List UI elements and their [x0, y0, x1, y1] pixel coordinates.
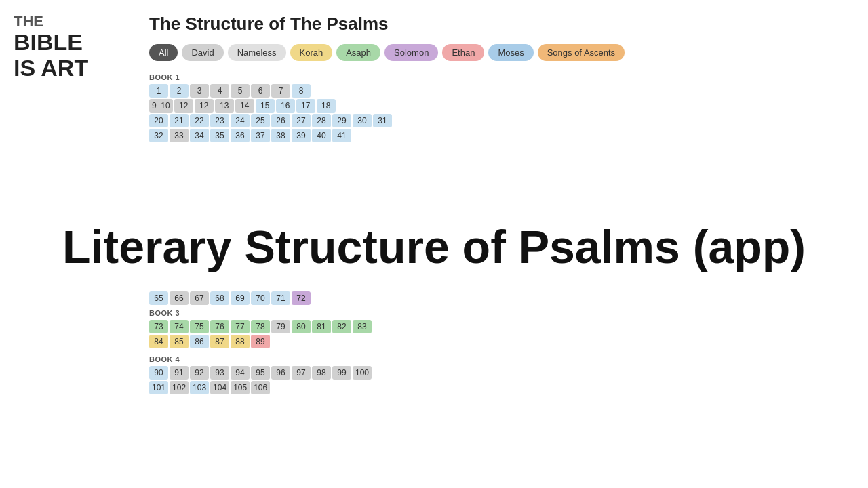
psalm-cell-12[interactable]: 12 — [195, 99, 214, 113]
filter-btn-moses[interactable]: Moses — [488, 44, 533, 61]
psalm-cell-72[interactable]: 72 — [292, 291, 311, 305]
psalm-cell-24[interactable]: 24 — [231, 114, 250, 127]
psalm-cell-68[interactable]: 68 — [210, 291, 229, 305]
psalm-cell-26[interactable]: 26 — [271, 114, 290, 127]
logo-line2: BIBLE — [14, 30, 88, 55]
psalm-cell-3[interactable]: 3 — [190, 84, 209, 98]
logo-line3: IS ART — [14, 56, 88, 81]
psalm-cell-104[interactable]: 104 — [210, 381, 229, 394]
psalm-cell-23[interactable]: 23 — [210, 114, 229, 127]
psalm-row: 101102103104105106 — [149, 381, 854, 394]
psalm-cell-99[interactable]: 99 — [332, 366, 351, 380]
filter-btn-songs-of-ascents[interactable]: Songs of Ascents — [538, 44, 625, 61]
filter-btn-all[interactable]: All — [149, 44, 178, 61]
book3-section: BOOK 3 737475767778798081828384858687888… — [149, 309, 854, 348]
psalm-cell-14[interactable]: 14 — [235, 99, 254, 113]
psalm-cell-34[interactable]: 34 — [190, 129, 209, 142]
psalm-row: 90919293949596979899100 — [149, 366, 854, 380]
psalm-cell-29[interactable]: 29 — [332, 114, 351, 127]
psalm-cell-94[interactable]: 94 — [231, 366, 250, 380]
psalm-cell-105[interactable]: 105 — [231, 381, 250, 394]
psalm-cell-21[interactable]: 21 — [170, 114, 189, 127]
psalm-cell-90[interactable]: 90 — [149, 366, 168, 380]
psalm-cell-87[interactable]: 87 — [210, 335, 229, 348]
filter-btn-solomon[interactable]: Solomon — [384, 44, 438, 61]
filter-btn-korah[interactable]: Korah — [290, 44, 333, 61]
psalm-cell-40[interactable]: 40 — [312, 129, 331, 142]
psalm-cell-71[interactable]: 71 — [271, 291, 290, 305]
psalm-cell-4[interactable]: 4 — [210, 84, 229, 98]
psalm-cell-76[interactable]: 76 — [210, 320, 229, 333]
psalm-cell-27[interactable]: 27 — [292, 114, 311, 127]
book1-section: BOOK 1 123456789–10121213141516171820212… — [149, 73, 854, 142]
psalm-cell-80[interactable]: 80 — [292, 320, 311, 333]
psalm-cell-103[interactable]: 103 — [190, 381, 209, 394]
psalm-cell-25[interactable]: 25 — [251, 114, 270, 127]
psalm-cell-38[interactable]: 38 — [271, 129, 290, 142]
psalm-cell-22[interactable]: 22 — [190, 114, 209, 127]
psalm-cell-96[interactable]: 96 — [271, 366, 290, 380]
psalm-cell-65[interactable]: 65 — [149, 291, 168, 305]
psalm-cell-73[interactable]: 73 — [149, 320, 168, 333]
psalm-cell-2[interactable]: 2 — [170, 84, 189, 98]
psalm-cell-6[interactable]: 6 — [251, 84, 270, 98]
psalm-cell-106[interactable]: 106 — [251, 381, 270, 394]
psalm-cell-17[interactable]: 17 — [296, 99, 315, 113]
psalm-cell-78[interactable]: 78 — [251, 320, 270, 333]
psalm-cell-79[interactable]: 79 — [271, 320, 290, 333]
psalm-cell-28[interactable]: 28 — [312, 114, 331, 127]
psalm-cell-88[interactable]: 88 — [231, 335, 250, 348]
psalm-cell-92[interactable]: 92 — [190, 366, 209, 380]
psalm-cell-69[interactable]: 69 — [231, 291, 250, 305]
psalm-row: 202122232425262728293031 — [149, 114, 854, 127]
psalm-cell-98[interactable]: 98 — [312, 366, 331, 380]
psalm-cell-85[interactable]: 85 — [170, 335, 189, 348]
psalm-cell-89[interactable]: 89 — [251, 335, 270, 348]
psalm-cell-97[interactable]: 97 — [292, 366, 311, 380]
psalm-cell-36[interactable]: 36 — [231, 129, 250, 142]
filter-btn-david[interactable]: David — [182, 44, 223, 61]
filter-btn-asaph[interactable]: Asaph — [336, 44, 380, 61]
psalm-cell-91[interactable]: 91 — [170, 366, 189, 380]
psalm-cell-74[interactable]: 74 — [170, 320, 189, 333]
psalm-cell-16[interactable]: 16 — [276, 99, 295, 113]
psalm-cell-95[interactable]: 95 — [251, 366, 270, 380]
psalm-cell-100[interactable]: 100 — [353, 366, 372, 380]
psalm-cell-9–10[interactable]: 9–10 — [149, 99, 173, 113]
psalm-cell-5[interactable]: 5 — [231, 84, 250, 98]
psalm-cell-30[interactable]: 30 — [353, 114, 372, 127]
psalm-cell-82[interactable]: 82 — [332, 320, 351, 333]
psalm-cell-67[interactable]: 67 — [190, 291, 209, 305]
psalm-cell-70[interactable]: 70 — [251, 291, 270, 305]
psalm-cell-15[interactable]: 15 — [256, 99, 275, 113]
psalm-cell-86[interactable]: 86 — [190, 335, 209, 348]
psalm-cell-41[interactable]: 41 — [332, 129, 351, 142]
psalm-cell-13[interactable]: 13 — [215, 99, 234, 113]
psalm-cell-83[interactable]: 83 — [353, 320, 372, 333]
psalm-cell-81[interactable]: 81 — [312, 320, 331, 333]
psalm-cell-101[interactable]: 101 — [149, 381, 168, 394]
psalm-row: 9–101212131415161718 — [149, 99, 854, 113]
psalm-cell-39[interactable]: 39 — [292, 129, 311, 142]
psalm-cell-32[interactable]: 32 — [149, 129, 168, 142]
psalm-cell-37[interactable]: 37 — [251, 129, 270, 142]
psalm-row: 848586878889 — [149, 335, 854, 348]
psalm-cell-93[interactable]: 93 — [210, 366, 229, 380]
psalm-cell-84[interactable]: 84 — [149, 335, 168, 348]
psalm-cell-77[interactable]: 77 — [231, 320, 250, 333]
psalm-cell-18[interactable]: 18 — [317, 99, 336, 113]
psalm-cell-75[interactable]: 75 — [190, 320, 209, 333]
logo: THE BIBLE IS ART — [14, 14, 88, 81]
psalm-cell-33[interactable]: 33 — [170, 129, 189, 142]
psalm-cell-102[interactable]: 102 — [170, 381, 189, 394]
filter-btn-ethan[interactable]: Ethan — [442, 44, 484, 61]
psalm-cell-20[interactable]: 20 — [149, 114, 168, 127]
psalm-cell-66[interactable]: 66 — [170, 291, 189, 305]
psalm-cell-7[interactable]: 7 — [271, 84, 290, 98]
psalm-cell-8[interactable]: 8 — [292, 84, 311, 98]
psalm-cell-12[interactable]: 12 — [174, 99, 193, 113]
psalm-cell-35[interactable]: 35 — [210, 129, 229, 142]
psalm-cell-1[interactable]: 1 — [149, 84, 168, 98]
filter-btn-nameless[interactable]: Nameless — [228, 44, 286, 61]
psalm-cell-31[interactable]: 31 — [373, 114, 392, 127]
